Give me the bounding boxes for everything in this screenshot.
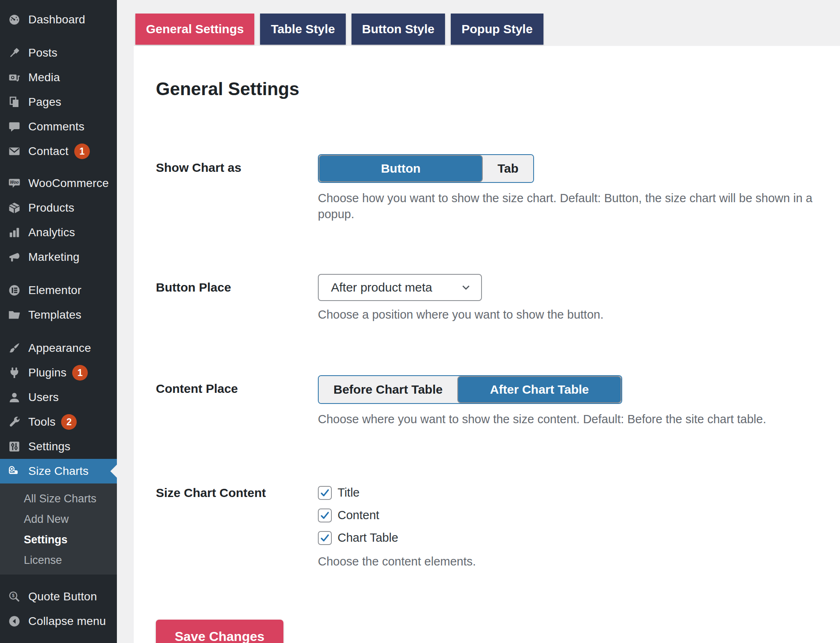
sidebar-item-quote-button[interactable]: $ Quote Button bbox=[0, 584, 117, 609]
measuring-tape-icon bbox=[7, 464, 21, 478]
submenu-item-all-size-charts[interactable]: All Size Charts bbox=[0, 488, 117, 509]
sidebar-item-posts[interactable]: Posts bbox=[0, 41, 117, 65]
sidebar-item-marketing[interactable]: Marketing bbox=[0, 245, 117, 269]
pushpin-icon bbox=[7, 46, 21, 60]
sidebar-item-label: Collapse menu bbox=[28, 615, 106, 628]
checkbox-label-content: Content bbox=[338, 508, 379, 522]
toggle-option-tab[interactable]: Tab bbox=[483, 155, 533, 182]
button-place-selected-value: After product meta bbox=[331, 280, 432, 294]
sidebar-item-label: Marketing bbox=[28, 251, 80, 264]
sidebar-item-settings[interactable]: Settings bbox=[0, 434, 117, 459]
show-chart-as-help: Choose how you want to show the size cha… bbox=[318, 190, 815, 222]
chart-table-checkbox[interactable] bbox=[318, 531, 332, 545]
sidebar-item-appearance[interactable]: Appearance bbox=[0, 336, 117, 360]
paintbrush-icon bbox=[7, 341, 21, 355]
sidebar-item-label: Settings bbox=[28, 440, 71, 453]
sidebar-item-label: Appearance bbox=[28, 342, 91, 355]
toggle-option-after-chart-table[interactable]: After Chart Table bbox=[457, 376, 621, 403]
sidebar-item-woocommerce[interactable]: Woo WooCommerce bbox=[0, 171, 117, 196]
sidebar-item-label: Analytics bbox=[28, 226, 75, 239]
checkmark-icon bbox=[320, 533, 330, 543]
submenu-item-settings[interactable]: Settings bbox=[0, 529, 117, 550]
sidebar-item-label: WooCommerce bbox=[28, 177, 109, 190]
folder-icon bbox=[7, 308, 21, 322]
sidebar-item-plugins[interactable]: Plugins 1 bbox=[0, 360, 117, 385]
user-icon bbox=[7, 390, 21, 404]
svg-text:$: $ bbox=[12, 593, 14, 598]
collapse-menu-button[interactable]: Collapse menu bbox=[0, 609, 117, 634]
sliders-icon bbox=[7, 440, 21, 454]
show-chart-as-row: Show Chart as Button Tab Choose how you … bbox=[156, 154, 815, 222]
show-chart-as-toggle: Button Tab bbox=[318, 154, 534, 183]
size-charts-submenu: All Size Charts Add New Settings License bbox=[0, 483, 117, 575]
sidebar-item-pages[interactable]: Pages bbox=[0, 90, 117, 114]
tab-table-style[interactable]: Table Style bbox=[260, 14, 345, 45]
sidebar-item-templates[interactable]: Templates bbox=[0, 303, 117, 327]
pages-icon bbox=[7, 95, 21, 109]
sidebar-item-contact[interactable]: Contact 1 bbox=[0, 139, 117, 164]
sidebar-item-label: Templates bbox=[28, 308, 81, 322]
sidebar-item-elementor[interactable]: Elementor bbox=[0, 278, 117, 303]
tab-popup-style[interactable]: Popup Style bbox=[451, 14, 543, 45]
submenu-item-add-new[interactable]: Add New bbox=[0, 509, 117, 529]
checkbox-row-chart-table: Chart Table bbox=[318, 531, 815, 545]
content-place-row: Content Place Before Chart Table After C… bbox=[156, 375, 815, 427]
tab-general-settings[interactable]: General Settings bbox=[135, 14, 254, 45]
button-place-row: Button Place After product meta Choose a… bbox=[156, 274, 815, 323]
sidebar-item-label: Quote Button bbox=[28, 590, 97, 603]
content-checkbox[interactable] bbox=[318, 508, 332, 522]
camera-icon bbox=[7, 71, 21, 84]
checkmark-icon bbox=[320, 510, 330, 521]
sidebar-item-label: Posts bbox=[28, 46, 57, 59]
button-place-label: Button Place bbox=[156, 274, 318, 301]
toggle-option-button[interactable]: Button bbox=[319, 155, 483, 182]
chevron-down-icon bbox=[461, 282, 471, 293]
sidebar-item-label: Pages bbox=[28, 96, 61, 109]
sidebar-item-label: Contact bbox=[28, 145, 68, 158]
dashboard-icon bbox=[7, 13, 21, 27]
main-area: General Settings Table Style Button Styl… bbox=[117, 0, 840, 643]
toggle-option-before-chart-table[interactable]: Before Chart Table bbox=[319, 376, 457, 403]
admin-sidebar: Dashboard Posts Media Pages bbox=[0, 0, 117, 643]
sidebar-item-label: Products bbox=[28, 201, 74, 214]
sidebar-item-label: Size Charts bbox=[28, 465, 89, 478]
sidebar-item-label: Users bbox=[28, 391, 59, 404]
sidebar-item-media[interactable]: Media bbox=[0, 65, 117, 90]
settings-panel: General Settings Show Chart as Button Ta… bbox=[134, 46, 840, 643]
content-place-help: Choose where you want to show the size c… bbox=[318, 411, 815, 427]
bar-chart-icon bbox=[7, 226, 21, 239]
sidebar-item-comments[interactable]: Comments bbox=[0, 114, 117, 139]
sidebar-item-label: Comments bbox=[28, 120, 84, 133]
tab-button-style[interactable]: Button Style bbox=[352, 14, 445, 45]
comment-bubble-icon bbox=[7, 120, 21, 134]
title-checkbox[interactable] bbox=[318, 486, 332, 500]
plug-icon bbox=[7, 366, 21, 380]
woocommerce-icon: Woo bbox=[7, 176, 21, 190]
sidebar-item-tools[interactable]: Tools 2 bbox=[0, 410, 117, 434]
size-chart-content-row: Size Chart Content Title Con bbox=[156, 486, 815, 570]
button-place-help: Choose a position where you want to show… bbox=[318, 307, 815, 323]
checkbox-row-content: Content bbox=[318, 508, 815, 522]
checkmark-icon bbox=[320, 488, 330, 498]
content-place-toggle: Before Chart Table After Chart Table bbox=[318, 375, 622, 404]
button-place-select[interactable]: After product meta bbox=[318, 274, 482, 301]
sidebar-item-label: Dashboard bbox=[28, 13, 85, 26]
sidebar-item-analytics[interactable]: Analytics bbox=[0, 220, 117, 245]
submenu-item-license[interactable]: License bbox=[0, 550, 117, 570]
page-title: General Settings bbox=[156, 79, 815, 99]
elementor-icon bbox=[7, 283, 21, 297]
save-changes-button[interactable]: Save Changes bbox=[156, 620, 283, 643]
size-chart-content-label: Size Chart Content bbox=[156, 486, 318, 500]
checkbox-label-chart-table: Chart Table bbox=[338, 531, 398, 545]
envelope-icon bbox=[7, 144, 21, 158]
sidebar-item-products[interactable]: Products bbox=[0, 196, 117, 220]
sidebar-item-users[interactable]: Users bbox=[0, 385, 117, 410]
wordpress-admin-screen: Dashboard Posts Media Pages bbox=[0, 0, 840, 643]
svg-text:Woo: Woo bbox=[10, 180, 18, 185]
magnifier-dollar-icon: $ bbox=[7, 590, 21, 604]
checkbox-label-title: Title bbox=[338, 486, 360, 499]
sidebar-item-label: Media bbox=[28, 71, 60, 84]
collapse-arrow-icon bbox=[7, 614, 21, 628]
sidebar-item-size-charts[interactable]: Size Charts bbox=[0, 459, 117, 483]
sidebar-item-dashboard[interactable]: Dashboard bbox=[0, 7, 117, 32]
